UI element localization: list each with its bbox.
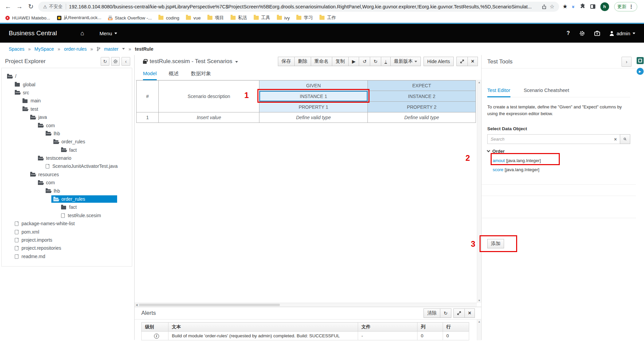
tab-model[interactable]: Model [143,70,157,80]
security-warning[interactable]: ⚠ 不安全 [43,4,63,10]
latest-version-dropdown[interactable]: 最新版本 [390,57,421,66]
field-item[interactable]: amout [java.lang.Integer] [487,156,630,165]
download-button[interactable]: ↓ [381,57,391,66]
scroll-up-icon[interactable]: ▲ [478,320,481,323]
breadcrumb-myspace[interactable]: MySpace [35,46,54,52]
clear-search-icon[interactable]: × [614,137,617,142]
tree-item[interactable]: package-names-white-list [2,220,132,228]
bookmark-item[interactable]: 学习 [296,15,313,21]
breadcrumb-project[interactable]: order-rules [64,46,87,52]
bookmark-star-icon[interactable]: ☆ [550,3,554,10]
tree-item[interactable]: readme.md [2,252,132,260]
url-bar[interactable]: ⚠ 不安全 192.168.0.104:8080/business-centra… [38,2,559,12]
rename-button[interactable]: 重命名 [311,57,332,66]
tree-item[interactable]: / [2,72,132,80]
tree-item[interactable]: pom.xml [2,228,132,236]
home-icon[interactable]: ⌂ [81,30,84,37]
grid-expect-header[interactable]: EXPECT [368,81,476,91]
grid-define-type-cell[interactable]: Define valid type [259,112,368,123]
breadcrumb-branch[interactable]: master [104,46,118,52]
bookmark-item[interactable]: 工作 [319,15,336,21]
alerts-col-file[interactable]: 文件 [358,323,417,332]
grid-row-index[interactable]: 1 [137,112,159,123]
tree-item[interactable]: global [2,80,132,88]
chevron-down-icon[interactable] [122,48,125,50]
alert-row[interactable]: i Build of module 'order-rules' (request… [142,332,469,340]
docked-panel-icon[interactable] [637,57,644,64]
delete-button[interactable]: 删除 [294,57,311,66]
reload-icon[interactable]: ↻ [27,3,35,10]
tree-item[interactable]: fact [2,146,132,154]
add-button[interactable]: 添加 [487,239,504,248]
undo-button[interactable]: ↺ [359,57,370,66]
close-button[interactable]: × [467,57,478,66]
tab-scenario-cheatsheet[interactable]: Scenario Cheatsheet [524,88,569,97]
grid-property1-cell[interactable]: PROPERTY 1 [259,102,368,112]
tree-item[interactable]: com [2,179,132,187]
grid-row-number-header[interactable]: # [137,81,159,112]
bookmark-item[interactable]: 从ReentrantLock... [57,15,102,21]
tab-data-objects[interactable]: 数据对象 [191,70,211,80]
scroll-left-icon[interactable]: ◀ [136,303,138,306]
briefcase-icon[interactable] [594,31,600,36]
grid-property2-cell[interactable]: PROPERTY 2 [368,102,476,112]
tree-item[interactable]: com [2,121,132,129]
data-object-group[interactable]: Order [487,149,505,154]
tree-item[interactable]: order_rules [2,138,132,146]
tree-item[interactable]: project.repositories [2,244,132,252]
side-panel-icon[interactable] [590,4,595,9]
bookmark-item[interactable]: 私活 [231,15,247,21]
tree-item[interactable]: ScenarioJunitActivatorTest.java [2,162,132,170]
tree-item[interactable]: testRule.scesim [2,211,132,220]
refresh-button[interactable]: ↻ [101,57,109,66]
help-icon[interactable]: ? [566,30,570,36]
search-input[interactable]: Search × [487,134,620,144]
search-button[interactable] [620,134,630,144]
tree-item[interactable]: java [2,113,132,121]
bookmark-item[interactable]: HUAWEI Matebo... [5,15,50,20]
field-name[interactable]: score [493,167,503,172]
chevron-down-icon[interactable] [235,61,238,63]
grid-instance1-cell[interactable]: INSTANCE 1 [259,91,368,102]
extension-blue-icon[interactable]: » [571,5,577,7]
hide-alerts-button[interactable]: Hide Alerts [424,57,454,66]
forward-icon[interactable]: → [15,3,23,10]
bookmark-item[interactable]: 工具 [254,15,270,21]
browser-menu-icon[interactable]: ⋮ [629,4,634,10]
settings-button[interactable] [111,57,120,66]
tree-item[interactable]: lhb [2,187,132,195]
grid-instance2-cell[interactable]: INSTANCE 2 [368,91,476,102]
tree-item[interactable]: main [2,97,132,105]
alerts-col-text[interactable]: 文本 [168,323,358,332]
save-button[interactable]: 保存 [278,57,295,66]
tree-item[interactable]: testscenario [2,154,132,162]
menu-dropdown[interactable]: Menu [100,31,117,36]
user-menu[interactable]: admin [609,31,635,36]
tree-item[interactable]: src [2,89,132,97]
clear-alerts-button[interactable]: 清除 [424,308,440,318]
scrollbar-thumb[interactable] [139,304,280,306]
profile-avatar[interactable]: h [600,2,609,11]
alerts-scrollbar[interactable]: ▲ [477,320,481,340]
alerts-col-column[interactable]: 列 [417,323,443,332]
bookmark-item[interactable]: ivy [277,15,290,20]
tree-item[interactable]: lhb [2,130,132,138]
tree-item[interactable]: project.imports [2,236,132,244]
grid-given-header[interactable]: GIVEN [259,81,368,91]
extensions-puzzle-icon[interactable] [580,3,585,10]
tree-item[interactable]: fact [2,203,132,211]
run-button[interactable]: ▶ [348,57,359,66]
alerts-col-line[interactable]: 行 [443,323,469,332]
expand-alerts-button[interactable] [453,308,465,318]
run-panel-icon[interactable]: ▶ [637,68,644,75]
refresh-alerts-button[interactable]: ↻ [440,308,451,318]
field-item[interactable]: score [java.lang.Integer] [487,165,630,174]
horizontal-scrollbar[interactable]: ◀ [135,303,477,307]
redo-button[interactable]: ↻ [370,57,381,66]
breadcrumb-spaces[interactable]: Spaces [9,46,24,52]
copy-button[interactable]: 复制 [332,57,349,66]
scroll-up-icon[interactable]: ▲ [478,81,481,84]
chrome-update-button[interactable]: 更新 ⋮ [614,2,637,11]
bookmark-item[interactable]: vue [186,15,201,20]
close-alerts-button[interactable]: × [464,308,475,318]
